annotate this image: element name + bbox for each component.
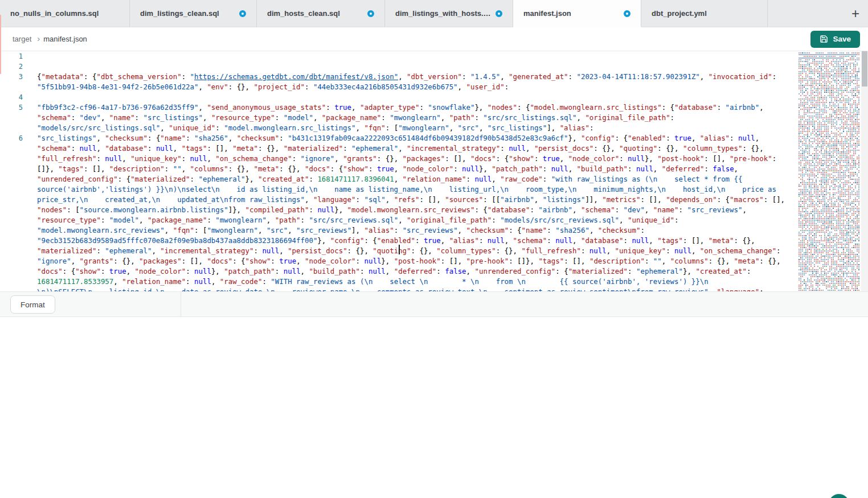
code-line[interactable]: 2: [0, 61, 797, 72]
help-chat-button[interactable]: [829, 494, 849, 498]
code-line[interactable]: 4: [0, 92, 797, 102]
tab-dbt-project-yml[interactable]: dbt_project.yml: [641, 0, 768, 27]
text-caret: [399, 245, 400, 254]
scrollbar-track[interactable]: [861, 51, 868, 291]
new-tab-button[interactable]: +: [843, 0, 868, 27]
modified-dot-icon: [496, 10, 502, 17]
tab-label: dbt_project.yml: [652, 9, 707, 18]
line-number: 1: [0, 51, 23, 61]
tab-manifest-json[interactable]: manifest.json: [513, 0, 641, 27]
breadcrumb-item-file: manifest.json: [43, 35, 87, 43]
tab-dim-listings-with-hosts-sql[interactable]: dim_listings_with_hosts.sql: [385, 0, 513, 27]
line-number: 5: [0, 102, 23, 133]
tab-label: dim_listings_with_hosts.sql: [395, 9, 491, 18]
line-number: 2: [0, 61, 23, 72]
save-button[interactable]: Save: [810, 31, 860, 48]
left-edge-accent: [0, 15, 1, 74]
tab-no-nulls-in-columns-sql[interactable]: no_nulls_in_columns.sql: [0, 0, 130, 27]
breadcrumb-item-target[interactable]: target: [13, 35, 31, 43]
panel-divider: [181, 292, 181, 317]
tab-bar: no_nulls_in_columns.sql dim_listings_cle…: [0, 0, 868, 27]
tab-label: dim_listings_clean.sql: [140, 9, 219, 18]
line-number: 4: [0, 92, 23, 102]
code-editor[interactable]: 123{"metadata": {"dbt_schema_version": "…: [0, 51, 797, 291]
tab-label: dim_hosts_clean.sql: [267, 9, 340, 18]
format-button[interactable]: Format: [10, 295, 55, 314]
minimap-canvas: [797, 51, 861, 291]
code-line[interactable]: 1: [0, 51, 797, 61]
modified-dot-icon: [624, 10, 630, 17]
code-text: [37, 61, 797, 72]
minimap[interactable]: [797, 51, 861, 291]
tab-dim-hosts-clean-sql[interactable]: dim_hosts_clean.sql: [257, 0, 385, 27]
tab-dim-listings-clean-sql[interactable]: dim_listings_clean.sql: [130, 0, 257, 27]
code-text: [37, 51, 797, 61]
code-line[interactable]: 6"src_listings", "checksum": {"name": "s…: [0, 133, 797, 291]
code-editor-lines: 123{"metadata": {"dbt_schema_version": "…: [0, 51, 797, 291]
bottom-panel-header: Format: [0, 291, 868, 317]
floppy-disk-icon: [820, 35, 828, 43]
breadcrumb-bar: target › manifest.json Save: [0, 27, 868, 51]
tab-label: no_nulls_in_columns.sql: [10, 9, 99, 18]
code-text: "fbb9f3c2-cf96-4a17-b736-976a62d35ff9", …: [37, 102, 797, 133]
line-number: 3: [0, 72, 23, 92]
line-number: 6: [0, 133, 23, 291]
code-text: {"metadata": {"dbt_schema_version": "htt…: [37, 72, 797, 92]
chevron-right-icon: ›: [37, 34, 40, 43]
scrollbar-thumb[interactable]: [862, 51, 867, 87]
code-line[interactable]: 5"fbb9f3c2-cf96-4a17-b736-976a62d35ff9",…: [0, 102, 797, 133]
tab-label: manifest.json: [523, 9, 571, 18]
code-line[interactable]: 3{"metadata": {"dbt_schema_version": "ht…: [0, 72, 797, 92]
tab-bar-spacer: [768, 0, 843, 27]
modified-dot-icon: [367, 10, 374, 17]
modified-dot-icon: [239, 10, 246, 17]
code-text: [37, 92, 797, 102]
code-text: "src_listings", "checksum": {"name": "sh…: [37, 133, 797, 291]
save-button-label: Save: [833, 35, 851, 43]
app-window: no_nulls_in_columns.sql dim_listings_cle…: [0, 0, 868, 498]
